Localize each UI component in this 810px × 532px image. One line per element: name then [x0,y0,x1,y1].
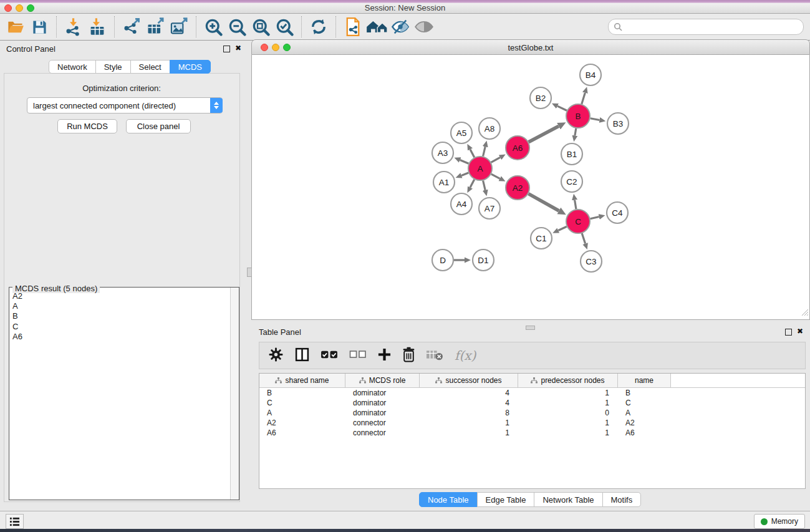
graph-edge-C-C3[interactable] [582,233,585,244]
delete-icon[interactable] [402,347,415,365]
tab-edge-table[interactable]: Edge Table [477,492,535,507]
zoom-out-icon[interactable] [225,16,249,38]
mcds-result-item[interactable]: A6 [12,332,22,342]
refresh-icon[interactable] [307,16,330,38]
delete-column-icon[interactable] [426,348,444,364]
import-table-icon[interactable] [85,16,109,38]
show-all-icon[interactable] [412,16,436,38]
column-header-shared-name[interactable]: shared name [259,374,345,387]
column-header-successor-nodes[interactable]: successor nodes [420,374,518,387]
graph-edge-C-C1[interactable] [558,226,567,230]
table-row[interactable]: Cdominator41C [259,398,805,408]
table-cell[interactable]: B [618,389,671,397]
search-input[interactable] [625,22,798,32]
graph-edge-A-A6[interactable] [491,157,501,162]
table-cell[interactable]: C [259,399,345,407]
graph-edge-A-A4[interactable] [470,180,475,188]
control-panel-close-icon[interactable]: ✖ [235,44,241,52]
dropdown-stepper-icon[interactable] [210,98,223,113]
graph-edge-A-A8[interactable] [483,147,486,156]
graph-edge-A-A2[interactable] [491,174,500,178]
table-cell[interactable]: A [618,409,671,417]
table-cell[interactable]: A2 [259,418,345,427]
task-history-button[interactable] [6,514,24,529]
graph-edge-A-A5[interactable] [470,150,475,158]
save-icon[interactable] [27,16,51,38]
mcds-result-item[interactable]: B [12,311,22,321]
graph-edge-B-B1[interactable] [575,128,576,136]
column-header-name[interactable]: name [618,374,671,387]
table-cell[interactable]: dominator [345,399,420,407]
mcds-result-item[interactable]: C [12,322,22,332]
home-icon[interactable] [365,16,388,38]
table-panel-close-icon[interactable]: ✖ [797,327,803,336]
column-header-predecessor-nodes[interactable]: predecessor nodes [518,374,618,387]
table-row[interactable]: A6connector11A6 [259,428,805,438]
add-column-icon[interactable] [377,347,392,364]
graph-edge-A-A7[interactable] [483,181,486,190]
function-builder-icon[interactable]: f(x) [455,348,476,363]
network-window-titlebar[interactable]: testGlobe.txt [251,39,810,55]
table-cell[interactable]: 1 [518,389,618,397]
export-table-icon[interactable] [143,16,167,38]
table-cell[interactable]: dominator [345,409,420,417]
zoom-selected-icon[interactable] [272,16,296,38]
table-cell[interactable]: 0 [518,409,618,417]
vertical-split-divider-handle[interactable] [247,268,252,277]
graph-edge-A-A1[interactable] [461,173,468,175]
select-all-icon[interactable] [321,348,339,364]
table-row[interactable]: A2connector11A2 [259,418,805,428]
export-image-icon[interactable] [167,16,191,38]
graph-edge-A-A3[interactable] [460,160,469,164]
zoom-fit-icon[interactable] [249,16,272,38]
table-cell[interactable]: A6 [618,428,671,437]
table-cell[interactable]: A2 [618,418,671,427]
close-panel-button[interactable]: Close panel [126,119,191,133]
optimization-criterion-dropdown[interactable]: largest connected component (directed) [27,97,223,114]
tab-style[interactable]: Style [95,60,131,74]
tab-node-table[interactable]: Node Table [419,492,478,507]
tab-network[interactable]: Network [49,60,96,74]
graph-edge-C-C2[interactable] [575,200,576,210]
gear-icon[interactable] [268,347,284,365]
graph-edge-B-B3[interactable] [591,118,600,120]
table-cell[interactable]: 8 [420,409,518,417]
table-cell[interactable]: A6 [259,428,345,437]
tab-mcds[interactable]: MCDS [170,60,211,74]
table-cell[interactable]: 4 [420,389,518,397]
table-panel-float-icon[interactable] [785,329,792,336]
new-network-from-selection-icon[interactable] [341,16,365,38]
tab-network-table[interactable]: Network Table [534,492,602,507]
table-cell[interactable]: dominator [345,389,420,397]
tab-motifs[interactable]: Motifs [602,492,642,507]
column-header-MCDS-role[interactable]: MCDS role [345,374,420,387]
table-cell[interactable]: 1 [518,428,618,437]
graph-edge-A2-C[interactable] [529,194,559,211]
table-cell[interactable]: 1 [518,418,618,427]
result-scrollbar[interactable] [230,288,239,500]
import-network-icon[interactable] [62,16,85,38]
table-row[interactable]: Adominator80A [259,408,805,418]
control-panel-float-icon[interactable] [223,46,230,52]
network-canvas[interactable]: AA1A2A3A4A5A6A7A8BB1B2B3B4CC1C2C3C4DD1 [251,55,810,320]
table-cell[interactable]: connector [345,418,420,427]
horizontal-split-divider-handle[interactable] [526,326,535,330]
graph-edge-B-B2[interactable] [557,106,567,110]
table-cell[interactable]: 4 [420,399,518,407]
table-cell[interactable]: 1 [420,418,518,427]
table-cell[interactable]: C [618,399,671,407]
table-cell[interactable]: 1 [420,428,518,437]
table-cell[interactable]: 1 [518,399,618,407]
zoom-in-icon[interactable] [201,16,225,38]
table-cell[interactable]: A [259,409,345,417]
deselect-all-icon[interactable] [349,348,367,363]
run-mcds-button[interactable]: Run MCDS [57,119,117,133]
open-folder-icon[interactable] [4,16,27,38]
graph-edge-C-C4[interactable] [591,217,599,219]
columns-icon[interactable] [294,347,310,365]
graph-edge-A6-B[interactable] [529,126,559,142]
table-cell[interactable]: connector [345,428,420,437]
tab-select[interactable]: Select [130,60,170,74]
graph-edge-B-B4[interactable] [582,93,586,104]
hide-selected-icon[interactable] [388,16,412,38]
